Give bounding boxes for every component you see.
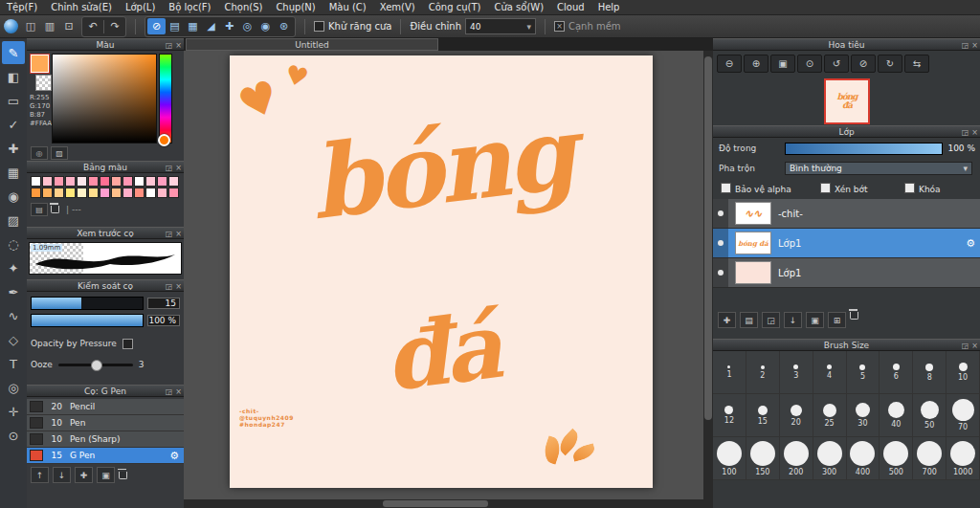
palette-swatch[interactable]	[157, 176, 167, 187]
menu-item-7[interactable]: Xem(V)	[373, 2, 422, 12]
popout-icon[interactable]: ◲	[166, 282, 173, 291]
tool-select[interactable]: ▦	[2, 161, 25, 184]
gear-icon[interactable]: ⚙	[169, 450, 179, 462]
clipping-checkbox[interactable]	[820, 183, 831, 193]
brush-size-option[interactable]: 25	[813, 394, 847, 437]
tool-bucket[interactable]: ◉	[2, 185, 25, 208]
close-icon[interactable]: ×	[175, 164, 182, 172]
delete-swatch-icon[interactable]	[51, 206, 59, 213]
palette-swatch[interactable]	[88, 176, 99, 187]
undo-button[interactable]: ↶	[84, 18, 101, 35]
palette-swatch[interactable]	[145, 188, 156, 198]
palette-swatch[interactable]	[42, 176, 53, 187]
close-icon[interactable]: ×	[175, 282, 182, 291]
palette-swatch[interactable]	[65, 176, 76, 187]
horizontal-scrollbar[interactable]	[184, 499, 713, 508]
soft-edge-checkbox[interactable]	[554, 21, 565, 32]
tool-pen[interactable]: ✒	[2, 280, 25, 303]
brush-size-option[interactable]: 30	[847, 394, 880, 437]
tool-eyedropper[interactable]: ◎	[2, 376, 25, 399]
close-icon[interactable]: ×	[971, 128, 978, 137]
palette-swatch[interactable]	[168, 188, 179, 198]
zoom-in-icon[interactable]: ⊕	[744, 55, 768, 73]
brush-down-icon[interactable]: ↓	[53, 467, 71, 483]
close-icon[interactable]: ×	[175, 230, 182, 238]
brush-size-option[interactable]: 500	[880, 437, 913, 480]
saturation-value-picker[interactable]	[52, 54, 157, 144]
palette-swatch[interactable]	[122, 188, 133, 198]
brush-size-option[interactable]: 300	[813, 437, 847, 480]
vertical-scroll-thumb[interactable]	[704, 56, 712, 420]
layer-opacity-slider[interactable]	[785, 143, 943, 155]
lock-checkbox[interactable]	[904, 183, 915, 193]
palette-swatch[interactable]	[77, 176, 87, 187]
snap-parallel-icon[interactable]: ▤	[166, 18, 184, 34]
brush-size-option[interactable]: 150	[746, 437, 780, 480]
popout-icon[interactable]: ◲	[962, 41, 969, 50]
brush-tip-icon[interactable]	[4, 19, 18, 33]
background-color-swatch[interactable]	[35, 75, 52, 91]
adjust-dropdown[interactable]: 40	[465, 18, 536, 34]
tool-text[interactable]: T	[2, 352, 25, 375]
palette-swatch[interactable]	[134, 188, 145, 198]
menu-item-0[interactable]: Tệp(F)	[0, 2, 44, 12]
palette-swatch[interactable]	[134, 176, 145, 187]
palette-swatch[interactable]	[54, 176, 64, 187]
gear-icon[interactable]: ⚙	[966, 237, 975, 250]
brush-opacity-slider[interactable]	[31, 314, 144, 327]
tool-select-pen[interactable]: ✓	[2, 113, 25, 136]
zoom-out-icon[interactable]: ⊖	[717, 55, 742, 73]
brush-list-item[interactable]: 10Pen	[27, 415, 184, 431]
menu-item-11[interactable]: Help	[591, 2, 627, 12]
layer-list-icon[interactable]: ▤	[740, 312, 758, 328]
foreground-color-swatch[interactable]	[31, 55, 49, 73]
popout-icon[interactable]: ◲	[166, 41, 173, 50]
visibility-toggle[interactable]	[713, 258, 728, 287]
brush-size-option[interactable]: 10	[947, 351, 980, 394]
alpha-lock-option[interactable]: Bảo vệ alpha	[721, 183, 791, 194]
actual-size-icon[interactable]: ⊙	[797, 55, 822, 73]
snap-guide-icon[interactable]: ⊛	[275, 18, 293, 34]
popout-icon[interactable]: ◲	[166, 230, 173, 238]
ooze-knob[interactable]	[91, 360, 102, 371]
menu-item-2[interactable]: Lớp(L)	[119, 2, 162, 12]
horizontal-scroll-thumb[interactable]	[383, 500, 488, 507]
palette-swatch[interactable]	[111, 188, 122, 198]
popout-icon[interactable]: ◲	[166, 387, 173, 396]
hue-marker[interactable]	[158, 134, 170, 146]
reset-rotation-icon[interactable]: ⊘	[851, 55, 876, 73]
brush-size-value[interactable]: 15	[147, 298, 180, 309]
brush-size-option[interactable]: 6	[880, 351, 913, 394]
snap-ellipse-icon[interactable]: ◉	[256, 18, 275, 34]
snap-crisscross-icon[interactable]: ▦	[184, 18, 202, 34]
brush-size-option[interactable]: 5	[847, 351, 880, 394]
hue-slider[interactable]	[159, 54, 172, 144]
palette-swatch[interactable]	[111, 176, 122, 187]
menu-item-9[interactable]: Cửa sổ(W)	[487, 2, 550, 12]
popout-icon[interactable]: ◲	[962, 128, 969, 137]
tool-lasso[interactable]: ◌	[2, 232, 25, 255]
blend-mode-dropdown[interactable]: Bình thường	[785, 162, 972, 175]
palette-swatch[interactable]	[100, 188, 110, 198]
alpha-lock-checkbox[interactable]	[721, 183, 731, 193]
duplicate-layer-icon[interactable]: ◲	[762, 312, 780, 328]
palette-swatch[interactable]	[31, 188, 41, 198]
new-layer-icon[interactable]: ✚	[718, 312, 736, 328]
close-icon[interactable]: ×	[175, 41, 182, 50]
menu-item-10[interactable]: Cloud	[550, 2, 591, 12]
palette-swatch[interactable]	[54, 188, 64, 198]
brush-list-item[interactable]: 10Pen (Sharp)	[27, 431, 184, 448]
palette-swatch[interactable]	[65, 188, 76, 198]
brush-size-option[interactable]: 4	[813, 351, 847, 394]
snap-off-icon[interactable]: ⊘	[147, 18, 166, 34]
close-icon[interactable]: ×	[971, 41, 978, 50]
visibility-toggle[interactable]	[713, 199, 728, 228]
tool-hand[interactable]: ✛	[2, 400, 25, 423]
new-folder-icon[interactable]: ▣	[806, 312, 824, 328]
eyedropper-small-icon[interactable]: ◎	[31, 146, 48, 160]
transparency-toggle-icon[interactable]: ▨	[51, 146, 68, 160]
popout-icon[interactable]: ◲	[166, 164, 173, 172]
brush-size-option[interactable]: 20	[780, 394, 813, 437]
delete-brush-icon[interactable]	[119, 472, 127, 479]
tool-curve[interactable]: ∿	[2, 304, 25, 327]
